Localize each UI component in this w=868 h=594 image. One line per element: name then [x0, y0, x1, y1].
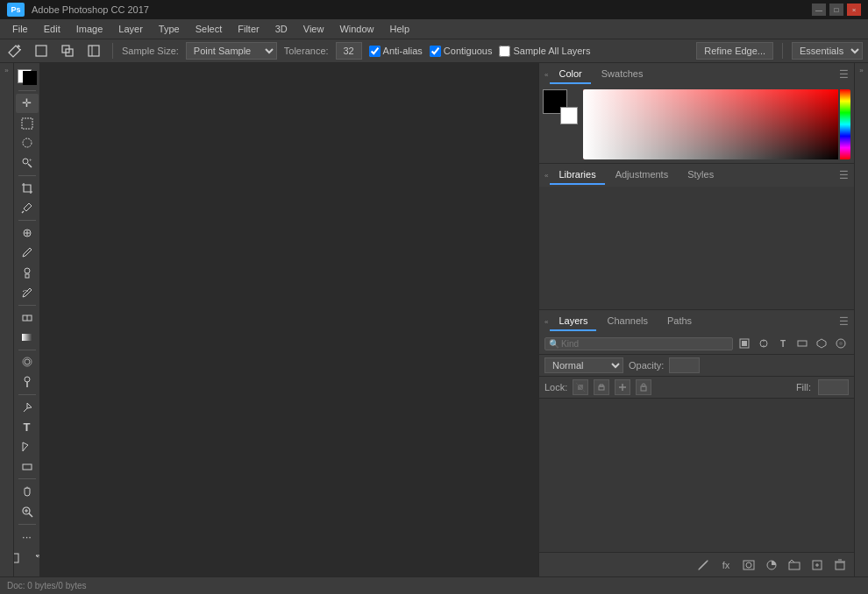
history-brush-tool[interactable] — [16, 283, 39, 302]
contiguous-checkbox[interactable] — [430, 46, 441, 57]
adjustment-filter-btn[interactable] — [756, 336, 772, 351]
tool-option-2[interactable] — [32, 41, 51, 60]
fill-input[interactable] — [818, 379, 849, 395]
libraries-collapse[interactable]: « — [544, 172, 548, 180]
blur-tool[interactable] — [16, 353, 39, 372]
zoom-tool[interactable] — [16, 502, 39, 521]
color-spectrum-bar[interactable] — [840, 89, 850, 159]
hand-tool[interactable] — [16, 482, 39, 501]
layers-collapse[interactable]: « — [544, 318, 548, 326]
tab-swatches[interactable]: Swatches — [593, 65, 652, 84]
minimize-button[interactable]: — — [812, 4, 826, 16]
maximize-button[interactable]: □ — [829, 4, 843, 16]
quick-select-tool[interactable]: + — [16, 153, 39, 173]
text-filter-btn[interactable]: T — [775, 336, 791, 351]
brush-tool[interactable] — [16, 244, 39, 263]
workspace-select[interactable]: Essentials — [792, 42, 863, 60]
eyedropper-tool[interactable] — [16, 198, 39, 217]
menu-edit[interactable]: Edit — [37, 22, 68, 36]
contiguous-wrap[interactable]: Contiguous — [430, 46, 493, 57]
menu-3d[interactable]: 3D — [268, 22, 295, 36]
sample-size-select[interactable]: Point Sample 3 by 3 Average 5 by 5 Avera… — [186, 42, 277, 60]
menu-image[interactable]: Image — [69, 22, 110, 36]
canvas-area[interactable] — [40, 63, 538, 576]
anti-alias-wrap[interactable]: Anti-alias — [369, 46, 423, 57]
layers-list[interactable] — [539, 399, 854, 552]
menu-window[interactable]: Window — [332, 22, 381, 36]
menu-select[interactable]: Select — [189, 22, 230, 36]
healing-brush-tool[interactable] — [16, 223, 39, 243]
shape-tool[interactable] — [16, 457, 39, 477]
tab-channels[interactable]: Channels — [598, 312, 656, 331]
shape-filter-btn[interactable] — [794, 336, 810, 351]
tab-libraries[interactable]: Libraries — [550, 166, 604, 185]
clone-stamp-tool[interactable] — [16, 263, 39, 282]
lock-all-btn[interactable] — [636, 379, 651, 395]
tab-adjustments[interactable]: Adjustments — [607, 166, 678, 185]
swap-screens-btn[interactable] — [29, 547, 41, 569]
filter-toggle-btn[interactable] — [833, 336, 849, 351]
anti-alias-checkbox[interactable] — [369, 46, 381, 57]
smart-object-filter-btn[interactable] — [814, 336, 829, 351]
gradient-tool[interactable] — [16, 328, 39, 347]
foreground-background-color[interactable] — [18, 69, 37, 85]
color-panel-menu-icon[interactable]: ☰ — [839, 68, 849, 81]
menu-filter[interactable]: Filter — [231, 22, 266, 36]
dodge-tool[interactable] — [16, 372, 39, 392]
kind-filter-input[interactable]: 🔍 — [544, 337, 733, 350]
sample-all-layers-checkbox[interactable] — [499, 46, 510, 57]
layer-effects-btn[interactable]: fx — [717, 556, 735, 574]
link-layers-btn[interactable] — [694, 556, 712, 574]
new-fill-adj-btn[interactable] — [763, 556, 780, 574]
blend-mode-select[interactable]: Normal Multiply Screen — [544, 357, 623, 373]
opacity-input[interactable] — [669, 357, 700, 373]
refine-edge-button[interactable]: Refine Edge... — [696, 42, 773, 60]
delete-layer-btn[interactable] — [831, 556, 849, 574]
color-panel-collapse[interactable]: « — [544, 71, 548, 79]
tab-paths[interactable]: Paths — [658, 312, 701, 331]
svg-rect-56 — [836, 562, 844, 569]
foreground-background-swatch[interactable] — [543, 89, 578, 124]
color-gradient-picker[interactable] — [583, 89, 850, 159]
menu-file[interactable]: File — [5, 22, 35, 36]
lock-image-btn[interactable] — [594, 379, 609, 395]
close-button[interactable]: × — [847, 4, 861, 16]
window-controls[interactable]: — □ × — [812, 4, 861, 16]
marquee-tool[interactable] — [16, 114, 39, 133]
tab-styles[interactable]: Styles — [679, 166, 722, 185]
tool-option-4[interactable] — [84, 41, 103, 60]
lock-transparent-btn[interactable] — [573, 379, 588, 395]
panel-background-swatch[interactable] — [560, 107, 578, 124]
lasso-tool[interactable] — [16, 134, 39, 153]
layers-panel-menu-icon[interactable]: ☰ — [839, 315, 849, 328]
menu-view[interactable]: View — [296, 22, 331, 36]
sample-all-layers-wrap[interactable]: Sample All Layers — [499, 46, 590, 57]
menu-layer[interactable]: Layer — [111, 22, 150, 36]
crop-tool[interactable] — [16, 179, 39, 198]
move-tool[interactable]: ✛ — [16, 94, 39, 113]
menu-help[interactable]: Help — [383, 22, 417, 36]
add-mask-btn[interactable] — [740, 556, 758, 574]
kind-input-field[interactable] — [561, 339, 587, 349]
pixel-filter-btn[interactable] — [736, 336, 752, 351]
path-select-tool[interactable] — [16, 437, 39, 456]
magic-wand-tool-btn[interactable] — [5, 41, 25, 60]
right-collapse-arrow[interactable]: » — [859, 67, 863, 74]
tool-option-3[interactable] — [58, 41, 77, 60]
screen-mode-btn[interactable] — [14, 547, 25, 569]
background-color-swatch[interactable] — [23, 71, 37, 85]
new-group-btn[interactable] — [786, 556, 803, 574]
eraser-tool[interactable] — [16, 308, 39, 327]
more-tools-btn[interactable]: ··· — [16, 527, 39, 546]
tab-color[interactable]: Color — [550, 65, 590, 84]
menu-type[interactable]: Type — [152, 22, 187, 36]
new-layer-btn[interactable] — [808, 556, 826, 574]
color-gradient-area[interactable] — [583, 89, 838, 159]
pen-tool[interactable] — [16, 398, 39, 417]
tab-layers[interactable]: Layers — [550, 312, 596, 331]
lock-position-btn[interactable] — [615, 379, 630, 395]
libraries-panel-menu-icon[interactable]: ☰ — [839, 169, 849, 181]
tolerance-input[interactable] — [336, 42, 362, 60]
left-collapse-arrow[interactable]: » — [4, 67, 8, 74]
text-tool[interactable]: T — [16, 417, 39, 436]
